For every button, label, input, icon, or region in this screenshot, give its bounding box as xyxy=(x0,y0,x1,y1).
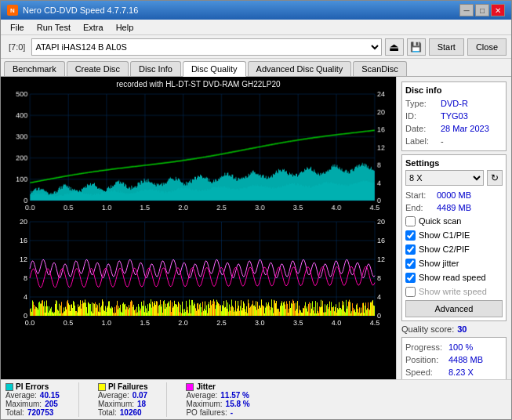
pi-failures-color-box xyxy=(98,383,106,391)
jitter-avg-value: 11.57 % xyxy=(220,391,249,400)
pi-errors-label: PI Errors xyxy=(16,382,49,391)
pi-errors-avg-value: 40.15 xyxy=(40,391,60,400)
top-chart xyxy=(2,90,394,216)
tab-scan-disc[interactable]: ScanDisc xyxy=(353,61,406,76)
tabs: Benchmark Create Disc Disc Info Disc Qua… xyxy=(1,59,511,77)
advanced-button[interactable]: Advanced xyxy=(405,300,503,317)
position-label: Position: xyxy=(405,353,448,366)
pi-errors-max-value: 205 xyxy=(45,400,58,408)
title-bar: N Nero CD-DVD Speed 4.7.7.16 ─ □ ✕ xyxy=(1,1,511,20)
pi-failures-max-label: Maximum: xyxy=(98,400,134,408)
speed-value: 8.23 X xyxy=(448,366,474,378)
refresh-button[interactable]: ↻ xyxy=(487,170,503,186)
quality-label: Quality score: xyxy=(401,324,454,334)
progress-value: 100 % xyxy=(448,341,473,353)
type-label: Type: xyxy=(405,97,441,110)
save-button[interactable]: 💾 xyxy=(407,38,426,56)
end-mb-value: 4489 MB xyxy=(437,201,471,214)
tab-create-disc[interactable]: Create Disc xyxy=(67,61,129,76)
type-value: DVD-R xyxy=(441,97,468,110)
bottom-chart xyxy=(2,218,394,331)
date-label: Date: xyxy=(405,122,441,135)
c1pie-checkbox[interactable] xyxy=(405,230,416,241)
c2pif-checkbox[interactable] xyxy=(405,244,416,255)
chart-area: recorded with HL-DT-ST DVD-RAM GH22LP20 xyxy=(1,77,396,379)
menu-run-test[interactable]: Run Test xyxy=(31,22,77,33)
date-value: 28 Mar 2023 xyxy=(441,122,489,135)
tab-disc-quality[interactable]: Disc Quality xyxy=(183,61,246,77)
pi-failures-avg-value: 0.07 xyxy=(133,391,147,400)
quick-scan-checkbox[interactable] xyxy=(405,216,416,226)
disc-info-title: Disc info xyxy=(405,85,503,95)
close-button[interactable]: ✕ xyxy=(491,4,505,16)
maximize-button[interactable]: □ xyxy=(475,4,489,16)
pi-failures-max-value: 18 xyxy=(137,400,146,408)
tab-disc-info[interactable]: Disc Info xyxy=(130,61,181,76)
menu-bar: File Run Test Extra Help xyxy=(1,20,511,35)
window-title: Nero CD-DVD Speed 4.7.7.16 xyxy=(23,5,138,15)
read-speed-label: Show read speed xyxy=(419,270,486,284)
tab-advanced-disc-quality[interactable]: Advanced Disc Quality xyxy=(248,61,352,76)
pi-errors-total-label: Total: xyxy=(5,408,24,417)
pi-errors-group: PI Errors Average: 40.15 Maximum: 205 To… xyxy=(5,382,60,417)
quality-value: 30 xyxy=(457,324,467,334)
quick-scan-label: Quick scan xyxy=(419,214,461,228)
id-value: TYG03 xyxy=(441,110,468,122)
pi-failures-label: PI Failures xyxy=(108,382,148,391)
pi-errors-color-box xyxy=(5,383,13,391)
write-speed-label: Show write speed xyxy=(419,284,487,299)
chart-title: recorded with HL-DT-ST DVD-RAM GH22LP20 xyxy=(2,78,394,90)
jitter-checkbox[interactable] xyxy=(405,259,416,269)
start-mb-value: 0000 MB xyxy=(437,189,471,201)
position-value: 4488 MB xyxy=(448,353,483,366)
progress-section: Progress: 100 % Position: 4488 MB Speed:… xyxy=(401,337,507,379)
jitter-avg-label: Average: xyxy=(186,391,217,400)
end-mb-label: End: xyxy=(405,201,437,214)
pi-failures-group: PI Failures Average: 0.07 Maximum: 18 To… xyxy=(98,382,148,417)
read-speed-checkbox[interactable] xyxy=(405,273,416,283)
settings-title: Settings xyxy=(405,158,503,168)
label-label: Label: xyxy=(405,135,441,147)
speed-label: Speed: xyxy=(405,366,448,378)
settings-section: Settings 8 X ↻ Start: 0000 MB End: 4489 … xyxy=(401,154,507,321)
pi-errors-avg-label: Average: xyxy=(5,391,37,400)
toolbar: [7:0] ATAPI iHAS124 B AL0S ⏏ 💾 Start Clo… xyxy=(1,35,511,59)
quality-row: Quality score: 30 xyxy=(401,324,507,334)
main-content: recorded with HL-DT-ST DVD-RAM GH22LP20 … xyxy=(1,77,511,379)
pi-failures-total-value: 10260 xyxy=(120,408,142,417)
disc-info-section: Disc info Type: DVD-R ID: TYG03 Date: 28… xyxy=(401,81,507,151)
jitter-max-label: Maximum: xyxy=(186,400,222,408)
menu-extra[interactable]: Extra xyxy=(77,22,110,33)
bottom-stats: PI Errors Average: 40.15 Maximum: 205 To… xyxy=(1,379,511,419)
jitter-color-box xyxy=(186,383,194,391)
pi-errors-max-label: Maximum: xyxy=(5,400,42,408)
jitter-label: Jitter xyxy=(196,382,215,391)
pi-failures-total-label: Total: xyxy=(98,408,117,417)
eject-button[interactable]: ⏏ xyxy=(385,38,404,56)
pi-failures-avg-label: Average: xyxy=(98,391,129,400)
id-label: ID: xyxy=(405,110,441,122)
app-icon: N xyxy=(7,5,18,16)
menu-file[interactable]: File xyxy=(4,22,31,33)
close-toolbar-button[interactable]: Close xyxy=(467,38,507,56)
tab-benchmark[interactable]: Benchmark xyxy=(4,61,65,76)
label-value: - xyxy=(441,135,444,147)
po-failures-value: - xyxy=(231,408,233,417)
drive-select[interactable]: ATAPI iHAS124 B AL0S xyxy=(31,38,381,56)
jitter-group: Jitter Average: 11.57 % Maximum: 15.8 % … xyxy=(186,382,249,417)
po-failures-label: PO failures: xyxy=(186,408,227,417)
c2pif-label: Show C2/PIF xyxy=(419,242,470,256)
drive-label: [7:0] xyxy=(5,42,28,52)
progress-label: Progress: xyxy=(405,341,448,353)
menu-help[interactable]: Help xyxy=(110,22,140,33)
write-speed-checkbox[interactable] xyxy=(405,287,416,297)
charts-container xyxy=(2,90,394,378)
speed-select[interactable]: 8 X xyxy=(405,170,484,186)
c1pie-label: Show C1/PIE xyxy=(419,228,470,242)
minimize-button[interactable]: ─ xyxy=(459,4,474,16)
start-mb-label: Start: xyxy=(405,189,437,201)
sidebar: Disc info Type: DVD-R ID: TYG03 Date: 28… xyxy=(396,77,511,379)
jitter-label: Show jitter xyxy=(419,256,459,270)
pi-errors-total-value: 720753 xyxy=(27,408,53,417)
start-button[interactable]: Start xyxy=(429,38,464,56)
